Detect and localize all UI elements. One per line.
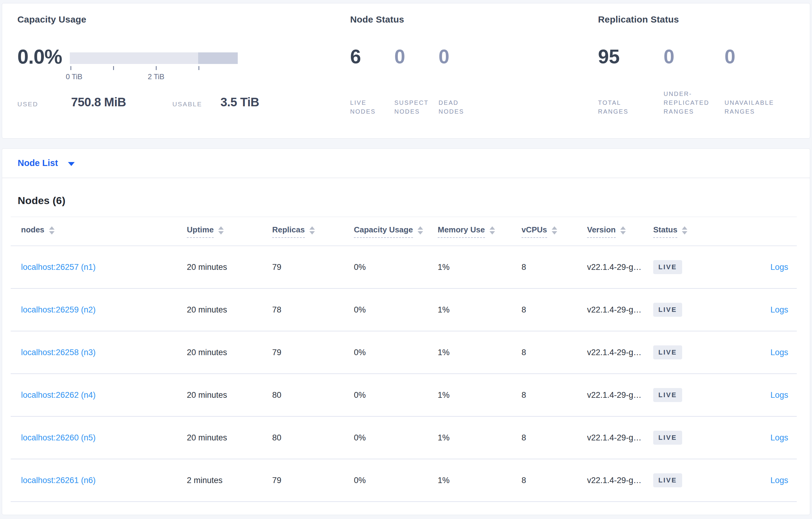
capacity-cell: 0% bbox=[354, 263, 438, 272]
caret-down-icon bbox=[68, 162, 75, 166]
node-link[interactable]: localhost:26259 (n2) bbox=[21, 305, 96, 314]
node-status-title: Node Status bbox=[350, 14, 598, 25]
cluster-overview-page: Capacity Usage 0.0% 0 TiB 2 TiB bbox=[0, 0, 812, 518]
replication-status-section: Replication Status 95 0 0 TOTAL RANGES U… bbox=[598, 14, 798, 138]
replication-status-labels: TOTAL RANGES UNDER-REPLICATED RANGES UNA… bbox=[598, 89, 798, 116]
scale-tick bbox=[70, 66, 71, 70]
node-row: localhost:26262 (n4) 20 minutes 80 0% 1%… bbox=[11, 374, 797, 417]
status-badge: LIVE bbox=[653, 473, 682, 487]
used-label: USED bbox=[18, 100, 38, 108]
scale-tick bbox=[198, 66, 199, 70]
scale-label-mid: 2 TiB bbox=[148, 72, 165, 81]
status-badge: LIVE bbox=[653, 345, 682, 359]
node-list-dropdown[interactable]: Node List bbox=[18, 158, 75, 168]
replicas-cell: 79 bbox=[272, 476, 354, 485]
column-header-memory-use[interactable]: Memory Use bbox=[438, 225, 522, 238]
logs-link[interactable]: Logs bbox=[770, 433, 788, 442]
memory-cell: 1% bbox=[438, 391, 522, 400]
status-badge: LIVE bbox=[653, 431, 682, 445]
sort-arrows-icon bbox=[309, 226, 315, 235]
uptime-cell: 20 minutes bbox=[187, 348, 272, 357]
suspect-nodes-count: 0 bbox=[395, 45, 439, 69]
capacity-cell: 0% bbox=[354, 348, 438, 357]
live-nodes-label: LIVE NODES bbox=[350, 98, 389, 116]
version-cell: v22.1.4-29-g… bbox=[587, 433, 653, 442]
uptime-cell: 20 minutes bbox=[187, 433, 272, 442]
node-link[interactable]: localhost:26261 (n6) bbox=[21, 476, 96, 485]
node-row: localhost:26260 (n5) 20 minutes 80 0% 1%… bbox=[11, 417, 797, 459]
column-header-vcpus[interactable]: vCPUs bbox=[522, 225, 587, 238]
node-link[interactable]: localhost:26258 (n3) bbox=[21, 348, 96, 357]
sort-arrows-icon bbox=[49, 226, 55, 235]
nodes-table: nodes Uptime Replicas Capacity Usage Mem… bbox=[11, 217, 797, 502]
node-row: localhost:26257 (n1) 20 minutes 79 0% 1%… bbox=[11, 246, 797, 289]
column-header-capacity-usage[interactable]: Capacity Usage bbox=[354, 225, 438, 238]
scale-label-start: 0 TiB bbox=[66, 72, 83, 81]
replicas-cell: 80 bbox=[272, 391, 354, 400]
vcpus-cell: 8 bbox=[522, 305, 587, 315]
replicas-cell: 79 bbox=[272, 348, 354, 357]
sort-arrows-icon bbox=[218, 226, 224, 235]
logs-link[interactable]: Logs bbox=[770, 391, 788, 400]
node-list-panel: Node List Nodes (6) nodes Uptime Replica… bbox=[2, 148, 810, 515]
logs-link[interactable]: Logs bbox=[770, 348, 788, 357]
capacity-bar-track bbox=[70, 52, 238, 64]
uptime-cell: 2 minutes bbox=[187, 476, 272, 485]
vcpus-cell: 8 bbox=[522, 391, 587, 400]
memory-cell: 1% bbox=[438, 348, 522, 357]
view-selector-row: Node List bbox=[2, 149, 810, 178]
node-row: localhost:26261 (n6) 2 minutes 79 0% 1% … bbox=[11, 459, 797, 502]
under-replicated-ranges-label: UNDER-REPLICATED RANGES bbox=[664, 90, 723, 116]
column-header-version[interactable]: Version bbox=[587, 225, 653, 238]
node-status-section: Node Status 6 0 0 LIVE NODES SUSPECT NOD… bbox=[350, 14, 598, 138]
replicas-cell: 80 bbox=[272, 433, 354, 442]
capacity-usage-gauge: 0.0% 0 TiB 2 TiB bbox=[18, 45, 350, 69]
usable-value: 3.5 TiB bbox=[221, 95, 259, 109]
column-header-uptime[interactable]: Uptime bbox=[187, 225, 272, 238]
column-header-status[interactable]: Status bbox=[653, 225, 717, 238]
logs-link[interactable]: Logs bbox=[770, 263, 788, 272]
suspect-nodes-label: SUSPECT NODES bbox=[395, 98, 433, 116]
node-link[interactable]: localhost:26260 (n5) bbox=[21, 433, 96, 442]
used-value: 750.8 MiB bbox=[71, 95, 126, 109]
unavailable-ranges-label: UNAVAILABLE RANGES bbox=[725, 98, 791, 116]
node-status-numbers: 6 0 0 bbox=[350, 45, 598, 69]
cluster-summary-panel: Capacity Usage 0.0% 0 TiB 2 TiB bbox=[2, 3, 810, 139]
node-link[interactable]: localhost:26257 (n1) bbox=[21, 263, 96, 272]
replication-status-numbers: 95 0 0 bbox=[598, 45, 798, 69]
uptime-cell: 20 minutes bbox=[187, 305, 272, 315]
version-cell: v22.1.4-29-g… bbox=[587, 263, 653, 272]
node-row: localhost:26259 (n2) 20 minutes 78 0% 1%… bbox=[11, 289, 797, 331]
node-list-dropdown-label: Node List bbox=[18, 158, 58, 168]
version-cell: v22.1.4-29-g… bbox=[587, 476, 653, 485]
memory-cell: 1% bbox=[438, 263, 522, 272]
sort-arrows-icon bbox=[620, 226, 626, 235]
usable-label: USABLE bbox=[172, 100, 202, 108]
capacity-bar-scale: 0 TiB 2 TiB bbox=[70, 64, 238, 81]
column-header-replicas[interactable]: Replicas bbox=[272, 225, 354, 238]
uptime-cell: 20 minutes bbox=[187, 263, 272, 272]
live-nodes-count: 6 bbox=[350, 45, 395, 69]
sort-arrows-icon bbox=[552, 226, 557, 235]
replicas-cell: 78 bbox=[272, 305, 354, 315]
vcpus-cell: 8 bbox=[522, 263, 587, 272]
vcpus-cell: 8 bbox=[522, 476, 587, 485]
replication-status-title: Replication Status bbox=[598, 14, 798, 25]
capacity-cell: 0% bbox=[354, 305, 438, 315]
capacity-usage-title: Capacity Usage bbox=[18, 14, 350, 25]
version-cell: v22.1.4-29-g… bbox=[587, 348, 653, 357]
logs-link[interactable]: Logs bbox=[770, 305, 788, 314]
under-replicated-ranges-count: 0 bbox=[664, 45, 725, 69]
replicas-cell: 79 bbox=[272, 263, 354, 272]
capacity-usage-section: Capacity Usage 0.0% 0 TiB 2 TiB bbox=[18, 14, 350, 138]
sort-arrows-icon bbox=[682, 226, 687, 235]
total-ranges-count: 95 bbox=[598, 45, 664, 69]
vcpus-cell: 8 bbox=[522, 433, 587, 442]
version-cell: v22.1.4-29-g… bbox=[587, 391, 653, 400]
memory-cell: 1% bbox=[438, 305, 522, 315]
node-link[interactable]: localhost:26262 (n4) bbox=[21, 391, 96, 400]
capacity-used-usable-row: USED 750.8 MiB USABLE 3.5 TiB bbox=[18, 95, 350, 109]
logs-link[interactable]: Logs bbox=[770, 476, 788, 485]
version-cell: v22.1.4-29-g… bbox=[587, 305, 653, 315]
column-header-nodes[interactable]: nodes bbox=[11, 225, 187, 238]
